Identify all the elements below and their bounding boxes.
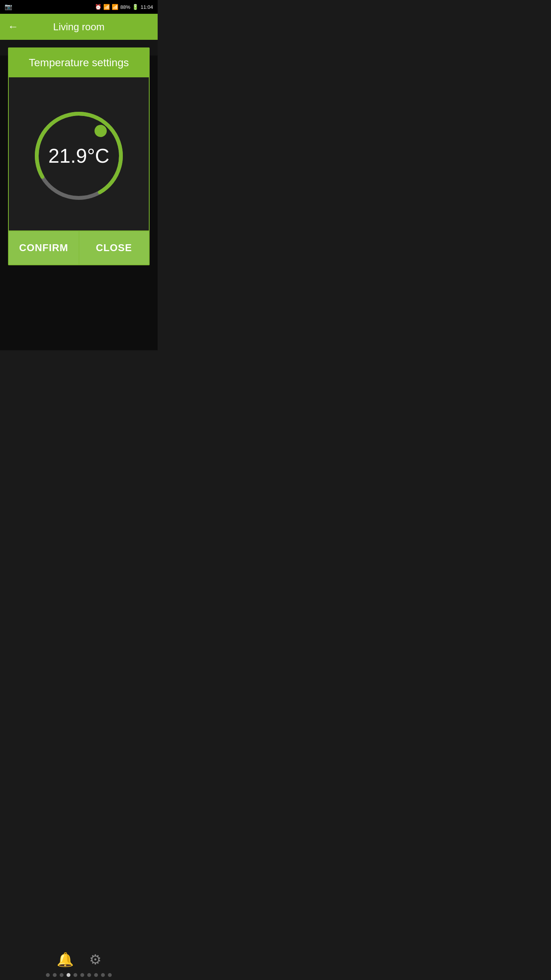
status-bar: 📷 ⏰ 📶 📶 88% 🔋 11:04 (0, 0, 158, 14)
dial-handle[interactable] (95, 125, 107, 137)
battery-icon: 🔋 (132, 4, 139, 10)
status-icons: ⏰ 📶 📶 88% 🔋 11:04 (95, 4, 153, 10)
time-display: 11:04 (140, 4, 153, 10)
page-title: Living room (53, 21, 104, 33)
battery-text: 88% (120, 4, 130, 10)
app-bar: ← Living room (0, 14, 158, 40)
close-button[interactable]: CLOSE (79, 231, 149, 265)
back-button[interactable]: ← (8, 21, 18, 33)
modal-body: 21.9°C (9, 77, 149, 230)
modal-header: Temperature settings (9, 48, 149, 77)
confirm-button[interactable]: CONFIRM (9, 231, 79, 265)
temperature-value: 21.9°C (48, 144, 109, 167)
alarm-icon: ⏰ (95, 4, 101, 10)
wifi-icon: 📶 (103, 4, 110, 10)
temperature-dial[interactable]: 21.9°C (25, 102, 132, 209)
modal-overlay: Temperature settings (0, 40, 158, 350)
temperature-settings-modal: Temperature settings (8, 47, 150, 265)
signal-icon: 📶 (112, 4, 118, 10)
modal-title: Temperature settings (29, 57, 129, 69)
status-left-icon: 📷 (5, 3, 12, 10)
modal-footer: CONFIRM CLOSE (9, 230, 149, 265)
